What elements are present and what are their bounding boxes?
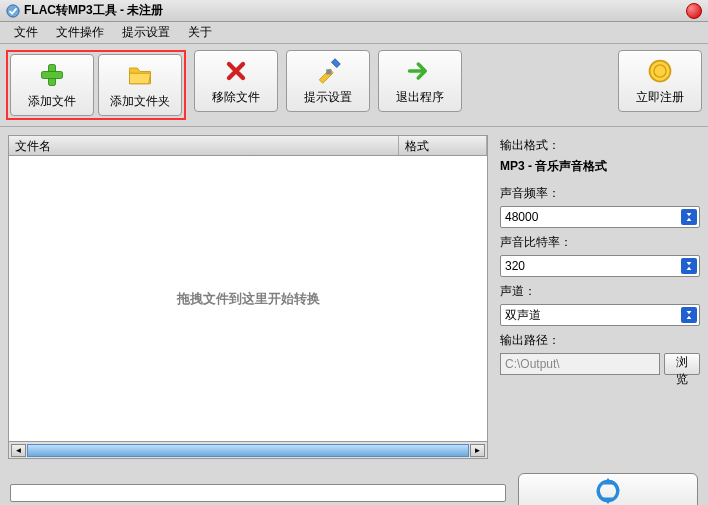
outfmt-label: 输出格式： [500,137,700,154]
toolbar-group-add: 添加文件 添加文件夹 [6,50,186,120]
exit-label: 退出程序 [396,89,444,106]
refresh-icon [595,478,621,504]
menu-file[interactable]: 文件 [6,22,46,43]
chevron-down-icon [681,307,697,323]
freq-label: 声音频率： [500,185,700,202]
svg-point-0 [7,4,19,16]
titlebar: FLAC转MP3工具 - 未注册 [0,0,708,22]
exit-icon [406,57,434,85]
col-format[interactable]: 格式 [399,136,487,155]
settings-pane: 输出格式： MP3 - 音乐声音格式 声音频率： 48000 声音比特率： 32… [500,135,700,459]
toolbar: 添加文件 添加文件夹 移除文件 提示设置 退出程序 立即注册 [0,44,708,127]
close-button[interactable] [686,3,702,19]
chevron-down-icon [681,258,697,274]
bottom-bar: 0% 立刻开始转换！ [0,467,708,505]
coin-icon [646,57,674,85]
col-filename[interactable]: 文件名 [9,136,399,155]
chevron-down-icon [681,209,697,225]
menu-tipset[interactable]: 提示设置 [114,22,178,43]
outpath-input[interactable] [500,353,660,375]
menu-about[interactable]: 关于 [180,22,220,43]
window-title: FLAC转MP3工具 - 未注册 [24,2,163,19]
tipset-button[interactable]: 提示设置 [286,50,370,112]
scroll-left-arrow[interactable]: ◄ [11,444,26,457]
scroll-right-arrow[interactable]: ► [470,444,485,457]
menu-fileop[interactable]: 文件操作 [48,22,112,43]
svg-rect-3 [326,69,331,74]
remove-button[interactable]: 移除文件 [194,50,278,112]
add-file-label: 添加文件 [28,93,76,110]
progress-bar [10,484,506,502]
exit-button[interactable]: 退出程序 [378,50,462,112]
outpath-row: 浏览 [500,353,700,375]
list-placeholder: 拖拽文件到这里开始转换 [177,290,320,308]
content: 文件名 格式 拖拽文件到这里开始转换 ◄ ► 输出格式： MP3 - 音乐声音格… [0,127,708,467]
start-convert-button[interactable]: 立刻开始转换！ [518,473,698,505]
bitrate-value: 320 [505,259,525,273]
tools-icon [314,57,342,85]
progress-wrap: 0% [10,484,506,505]
freq-value: 48000 [505,210,538,224]
tipset-label: 提示设置 [304,89,352,106]
register-button[interactable]: 立即注册 [618,50,702,112]
scroll-thumb[interactable] [27,444,469,457]
register-label: 立即注册 [636,89,684,106]
add-folder-button[interactable]: 添加文件夹 [98,54,182,116]
scroll-track[interactable] [27,444,469,457]
remove-icon [222,57,250,85]
app-icon [6,4,20,18]
browse-button[interactable]: 浏览 [664,353,700,375]
outpath-label: 输出路径： [500,332,700,349]
channel-value: 双声道 [505,307,541,324]
freq-select[interactable]: 48000 [500,206,700,228]
list-header: 文件名 格式 [8,135,488,155]
add-file-button[interactable]: 添加文件 [10,54,94,116]
svg-rect-2 [42,71,63,78]
list-body[interactable]: 拖拽文件到这里开始转换 [8,155,488,442]
outfmt-value: MP3 - 音乐声音格式 [500,158,700,175]
menubar: 文件 文件操作 提示设置 关于 [0,22,708,44]
svg-point-4 [650,60,671,81]
channel-select[interactable]: 双声道 [500,304,700,326]
file-list-pane: 文件名 格式 拖拽文件到这里开始转换 ◄ ► [8,135,488,459]
bitrate-label: 声音比特率： [500,234,700,251]
h-scrollbar[interactable]: ◄ ► [8,442,488,459]
remove-label: 移除文件 [212,89,260,106]
add-folder-label: 添加文件夹 [110,93,170,110]
add-file-icon [38,61,66,89]
channel-label: 声道： [500,283,700,300]
add-folder-icon [126,61,154,89]
bitrate-select[interactable]: 320 [500,255,700,277]
